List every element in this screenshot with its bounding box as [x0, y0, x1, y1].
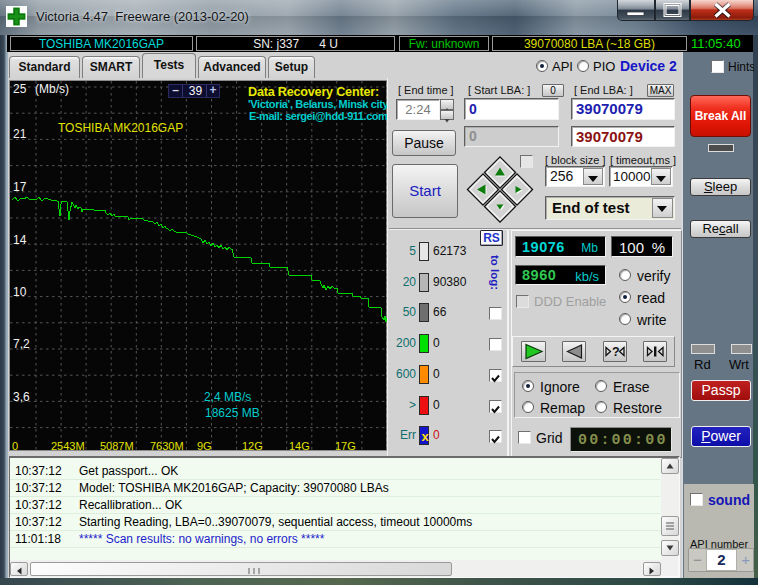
svg-text:?: ? — [612, 345, 620, 359]
